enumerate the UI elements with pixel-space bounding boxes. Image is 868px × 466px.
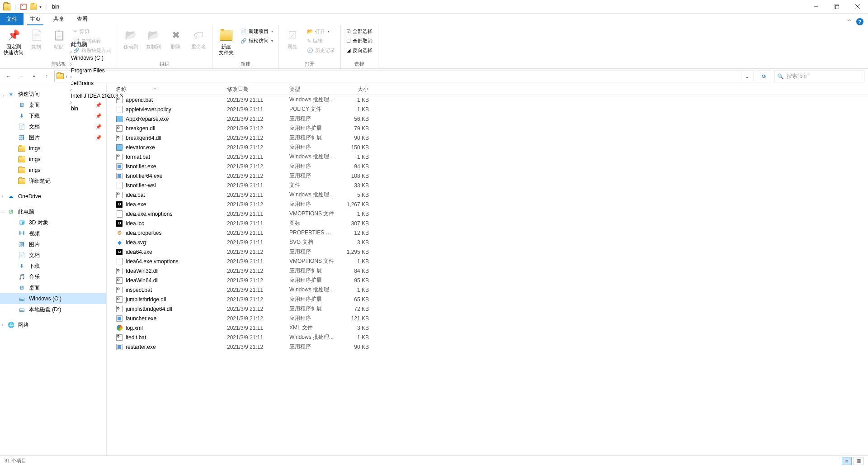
file-row[interactable]: ⚙jumplistbridge64.dll2021/3/9 21:12应用程序扩… [107, 304, 868, 314]
maximize-button[interactable] [826, 0, 847, 14]
tab-view[interactable]: 查看 [71, 13, 94, 25]
icons-view-button[interactable]: ▦ [854, 457, 863, 465]
column-date[interactable]: 修改日期 [223, 84, 286, 95]
column-type[interactable]: 类型 [286, 84, 340, 95]
file-row[interactable]: log.xml2021/3/9 21:11XML 文件3 KB [107, 323, 868, 333]
invert-selection-button[interactable]: ◪反向选择 [344, 46, 374, 55]
qat-customize[interactable]: ▾ [39, 4, 42, 9]
address-bar[interactable]: › 此电脑›Windows (C:)›Program Files›JetBrai… [54, 71, 754, 82]
minimize-button[interactable] [806, 0, 826, 14]
select-none-button[interactable]: ☐全部取消 [344, 37, 374, 45]
sidebar-qa-item-1[interactable]: ⬇下载📌 [0, 110, 106, 121]
sidebar-pc-item-5[interactable]: 🎵音乐 [0, 271, 106, 282]
history-button[interactable]: 🕘历史记录 [305, 46, 337, 55]
close-button[interactable] [847, 0, 868, 14]
copy-button[interactable]: 📄复制 [25, 26, 47, 52]
sidebar-qa-item-0[interactable]: 🖥桌面📌 [0, 100, 106, 110]
delete-button[interactable]: ✖删除 [165, 26, 187, 52]
up-button[interactable]: ↑ [42, 71, 52, 81]
ribbon-collapse-icon[interactable]: ⌃ [847, 19, 852, 25]
details-view-button[interactable]: ≡ [842, 457, 852, 465]
file-row[interactable]: ◆idea.svg2021/3/9 21:11SVG 文档3 KB [107, 238, 868, 247]
sidebar-pc-item-6[interactable]: 🖥桌面 [0, 282, 106, 293]
file-row[interactable]: launcher.exe2021/3/9 21:12应用程序121 KB [107, 314, 868, 323]
sidebar-qa-item-6[interactable]: imgs [0, 165, 106, 176]
file-row[interactable]: idea64.exe.vmoptions2021/3/9 21:11VMOPTI… [107, 257, 868, 266]
sidebar-pc-item-4[interactable]: ⬇下载 [0, 261, 106, 271]
file-row[interactable]: ⚙inspect.bat2021/3/9 21:11Windows 批处理...… [107, 285, 868, 295]
new-folder-button[interactable]: 新建 文件夹 [215, 26, 237, 57]
properties-button[interactable]: ☑属性 [282, 26, 303, 52]
file-row[interactable]: ⚙breakgen64.dll2021/3/9 21:12应用程序扩展90 KB [107, 133, 868, 143]
paste-button[interactable]: 📋粘贴 [48, 26, 70, 52]
forward-button[interactable]: → [16, 71, 26, 81]
file-row[interactable]: fsnotifier.exe2021/3/9 21:12应用程序94 KB [107, 162, 868, 171]
sidebar-quick-access[interactable]: ⌄ ★ 快速访问 [0, 89, 106, 100]
breadcrumb-1[interactable]: Windows (C:) [69, 55, 125, 61]
sidebar-qa-item-2[interactable]: 📄文档📌 [0, 121, 106, 132]
rename-button[interactable]: 🏷重命名 [188, 26, 209, 52]
sidebar-qa-item-5[interactable]: imgs [0, 154, 106, 165]
tab-home[interactable]: 主页 [24, 13, 47, 25]
tab-file[interactable]: 文件 [0, 13, 24, 25]
file-row[interactable]: ⚙ltedit.bat2021/3/9 21:11Windows 批处理...1… [107, 333, 868, 342]
file-row[interactable]: IJidea.exe2021/3/9 21:12应用程序1,267 KB [107, 200, 868, 209]
file-row[interactable]: elevator.exe2021/3/9 21:12应用程序150 KB [107, 143, 868, 152]
sidebar-pc-item-2[interactable]: 🖼图片 [0, 239, 106, 250]
qat-new-folder-icon[interactable] [29, 3, 38, 11]
file-row[interactable]: ⚙IdeaWin32.dll2021/3/9 21:12应用程序扩展84 KB [107, 266, 868, 276]
status-bar: 31 个项目 ≡ ▦ [0, 455, 868, 466]
file-row[interactable]: ⚙breakgen.dll2021/3/9 21:12应用程序扩展79 KB [107, 124, 868, 133]
select-all-button[interactable]: ☑全部选择 [344, 27, 374, 36]
file-icon [116, 172, 123, 180]
cut-button[interactable]: ✂剪切 [71, 27, 113, 36]
sidebar-pc-item-0[interactable]: 🧊3D 对象 [0, 217, 106, 228]
breadcrumb-2[interactable]: Program Files [69, 67, 125, 74]
open-button[interactable]: 📂打开▾ [305, 27, 337, 36]
refresh-button[interactable]: ⟳ [757, 71, 771, 82]
file-row[interactable]: fsnotifier-wsl2021/3/9 21:11文件33 KB [107, 181, 868, 190]
file-row[interactable]: appletviewer.policy2021/3/9 21:11POLICY … [107, 105, 868, 114]
file-row[interactable]: ⚙idea.properties2021/3/9 21:11PROPERTIES… [107, 228, 868, 238]
sidebar-pc-item-3[interactable]: 📄文档 [0, 250, 106, 261]
file-row[interactable]: IJidea.ico2021/3/9 21:11图标307 KB [107, 219, 868, 228]
navigation-pane[interactable]: ⌄ ★ 快速访问 🖥桌面📌⬇下载📌📄文档📌🖼图片📌imgsimgsimgs详细笔… [0, 84, 107, 455]
copy-to-button[interactable]: 📂复制到 [142, 26, 164, 52]
help-icon[interactable]: ? [856, 18, 863, 25]
file-row[interactable]: fsnotifier64.exe2021/3/9 21:12应用程序108 KB [107, 171, 868, 181]
file-list[interactable]: ⚙append.bat2021/3/9 21:11Windows 批处理...1… [107, 95, 868, 455]
file-row[interactable]: restarter.exe2021/3/9 21:12应用程序90 KB [107, 342, 868, 352]
file-row[interactable]: ⚙format.bat2021/3/9 21:11Windows 批处理...1… [107, 152, 868, 162]
sidebar-network[interactable]: › 🌐 网络 [0, 319, 106, 330]
file-row[interactable]: IJidea64.exe2021/3/9 21:12应用程序1,295 KB [107, 247, 868, 257]
recent-locations-button[interactable]: ▾ [29, 71, 39, 81]
group-open-label: 打开 [282, 60, 338, 68]
file-row[interactable]: ⚙IdeaWin64.dll2021/3/9 21:12应用程序扩展95 KB [107, 276, 868, 285]
sidebar-this-pc[interactable]: ⌄ 🖥 此电脑 [0, 206, 106, 217]
qat-properties-icon[interactable] [19, 3, 28, 11]
easy-access-button[interactable]: 🔗轻松访问▾ [239, 37, 275, 45]
file-row[interactable]: ⚙append.bat2021/3/9 21:11Windows 批处理...1… [107, 95, 868, 105]
tab-share[interactable]: 共享 [47, 13, 71, 25]
pin-to-quick-access-button[interactable]: 📌固定到 快速访问 [3, 26, 24, 57]
sidebar-qa-item-7[interactable]: 详细笔记 [0, 176, 106, 186]
file-row[interactable]: AppxReparse.exe2021/3/9 21:12应用程序56 KB [107, 114, 868, 124]
file-size: 1 KB [340, 97, 373, 103]
edit-button[interactable]: ✎编辑 [305, 37, 337, 45]
file-row[interactable]: ⚙jumplistbridge.dll2021/3/9 21:12应用程序扩展6… [107, 295, 868, 304]
sidebar-qa-item-3[interactable]: 🖼图片📌 [0, 132, 106, 143]
back-button[interactable]: ← [4, 71, 14, 81]
file-row[interactable]: ⚙idea.bat2021/3/9 21:11Windows 批处理...5 K… [107, 190, 868, 200]
address-dropdown[interactable]: ⌄ [741, 71, 752, 82]
new-item-button[interactable]: 📄新建项目▾ [239, 27, 275, 36]
sidebar-qa-item-4[interactable]: imgs [0, 143, 106, 154]
sidebar-onedrive[interactable]: › ☁ OneDrive [0, 191, 106, 202]
sidebar-pc-item-7[interactable]: 🖴Windows (C:) [0, 293, 106, 304]
search-box[interactable]: 🔍 搜索"bin" [774, 71, 864, 82]
breadcrumb-0[interactable]: 此电脑 [69, 41, 125, 48]
column-name[interactable]: 名称 ⌃ [107, 84, 223, 95]
column-size[interactable]: 大小 [340, 84, 373, 95]
file-row[interactable]: idea.exe.vmoptions2021/3/9 21:11VMOPTION… [107, 209, 868, 219]
sidebar-pc-item-8[interactable]: 🖴本地磁盘 (D:) [0, 304, 106, 315]
sidebar-pc-item-1[interactable]: 🎞视频 [0, 228, 106, 239]
